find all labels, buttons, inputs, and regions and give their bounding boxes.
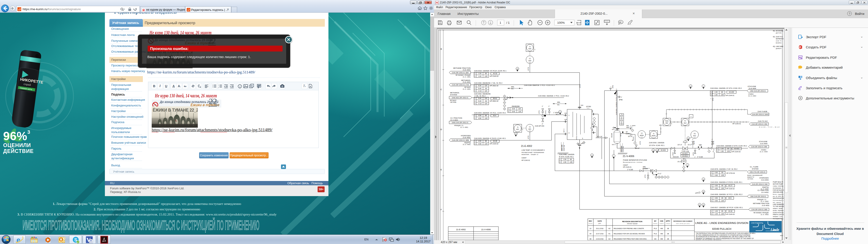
svg-text:1": 1" xyxy=(610,86,612,87)
svg-text:МЕТАНОЛ: МЕТАНОЛ xyxy=(450,100,456,101)
svg-text:СИСТЕМА: СИСТЕМА xyxy=(747,178,753,180)
svg-text:2140-0025- 3SA0528- 8"-PHYD- I: 2140-0025- 3SA0528- 8"-PHYD- IC190 -R2.1 xyxy=(474,138,506,139)
svg-text:602A: 602A xyxy=(640,135,644,136)
svg-text:H1: H1 xyxy=(609,233,611,235)
svg-text:65: 65 xyxy=(721,210,723,212)
svg-text:J: J xyxy=(504,105,505,106)
svg-text:УТВЕРДИЛ: УТВЕРДИЛ xyxy=(666,223,670,224)
svg-text:5.40: 5.40 xyxy=(478,98,482,99)
svg-text:ФРАКЦИЯ C2-: ФРАКЦИЯ C2- xyxy=(757,199,767,201)
svg-text:40-405: 40-405 xyxy=(729,91,734,93)
svg-text:HM: HM xyxy=(660,238,663,240)
svg-text:1": 1" xyxy=(712,139,713,140)
svg-text:NBC: NBC xyxy=(699,144,702,146)
svg-text:ЖИДКОСТИ: ЖИДКОСТИ xyxy=(747,177,754,178)
svg-text:D.L. FLARE: D.L. FLARE xyxy=(750,166,758,167)
svg-text:/ 1: / 1 xyxy=(506,21,509,24)
svg-text:HP-2140-01: HP-2140-01 xyxy=(733,123,741,124)
svg-text:СХЕМЫ УПЛОТНЕ: СХЕМЫ УПЛОТНЕ xyxy=(773,185,783,187)
svg-text:MIN.: MIN. xyxy=(511,86,515,88)
svg-text:2140-0066- 1SA0528-: 2140-0066- 1SA0528- xyxy=(559,154,575,155)
svg-text:2140-25F-2000-01 1857: 2140-25F-2000-01 1857 xyxy=(452,72,469,73)
svg-text:1": 1" xyxy=(692,139,693,140)
svg-text:4.50: 4.50 xyxy=(478,143,482,145)
svg-text:N07: N07 xyxy=(620,134,621,136)
svg-text:21-E-4404: 21-E-4404 xyxy=(748,95,756,97)
svg-text:TI: TI xyxy=(529,46,530,48)
svg-text:85-61: 85-61 xyxy=(493,98,497,99)
svg-text:HM: HM xyxy=(660,233,663,235)
svg-text:2: 2 xyxy=(590,127,591,129)
svg-text:13: 13 xyxy=(591,155,593,156)
svg-text:65: 65 xyxy=(721,197,723,199)
svg-text:AP5E: AP5E xyxy=(612,85,614,88)
svg-text:AS: AS xyxy=(654,238,656,240)
svg-text:J: J xyxy=(635,142,636,144)
svg-text:1: 1 xyxy=(500,21,501,24)
svg-text:2144-0030- 1SA0528- 6"-ETH- IC: 2144-0030- 1SA0528- 6"-ETH- IC190 -R2.2 xyxy=(716,145,747,147)
svg-text:-130: -130 xyxy=(721,213,724,215)
svg-text:TY: TY xyxy=(684,120,686,122)
svg-text:2.: 2. xyxy=(622,124,623,125)
svg-text:40-27: 40-27 xyxy=(728,185,733,186)
svg-text:L: L xyxy=(535,49,535,50)
svg-text:65: 65 xyxy=(721,91,723,93)
svg-text:APPV: APPV xyxy=(666,220,670,222)
svg-text:4.: 4. xyxy=(475,103,476,104)
svg-text:PHASE SEPARATOR ETHYLENE: PHASE SEPARATOR ETHYLENE xyxy=(623,159,647,161)
svg-text:2140-25F-2000-01 1856: 2140-25F-2000-01 1856 xyxy=(452,140,469,141)
svg-text:2140-25F-2000-01 1704: 2140-25F-2000-01 1704 xyxy=(452,84,469,86)
svg-text:-105: -105 xyxy=(569,161,572,163)
svg-text:АРТВ: АРТВ xyxy=(528,67,529,71)
svg-text:4.50: 4.50 xyxy=(715,197,718,199)
svg-text:HP-2140-02: HP-2140-02 xyxy=(726,188,735,189)
svg-text:TT: TT xyxy=(641,133,643,134)
svg-text:5.40: 5.40 xyxy=(478,85,482,87)
svg-text:2.: 2. xyxy=(717,150,718,152)
svg-text:2140-TV-6: 2140-TV-6 xyxy=(776,36,783,37)
svg-text:ИСКЛЮЧЕНИЕ; Г: ИСКЛЮЧЕНИЕ; Г xyxy=(773,187,783,189)
svg-text:1.50: 1.50 xyxy=(715,91,718,93)
svg-text:-52: -52 xyxy=(485,100,487,102)
svg-text:602A: 602A xyxy=(652,135,655,136)
svg-text:40-5: 40-5 xyxy=(728,197,732,199)
svg-text:D: D xyxy=(656,177,657,178)
svg-text:R2.1: R2.1 xyxy=(556,114,559,115)
svg-text:RELEASED FOR PRES.TEST AND HOS: RELEASED FOR PRES.TEST AND HOS ENG. xyxy=(614,238,647,240)
svg-text:21-V-4001: 21-V-4001 xyxy=(460,127,468,128)
svg-text:65: 65 xyxy=(485,140,487,142)
svg-text:2140-TI-602B: 2140-TI-602B xyxy=(757,111,767,112)
svg-text:МИН.: МИН. xyxy=(557,104,560,106)
svg-text:09: 09 xyxy=(590,233,591,235)
svg-text:1.50: 1.50 xyxy=(721,150,724,152)
svg-text:21-E-4001: 21-E-4001 xyxy=(463,69,471,71)
svg-text:AUTHORIZATION IS PROHIBITED. O: AUTHORIZATION IS PROHIBITED. OFFENDERS W… xyxy=(696,236,750,238)
svg-text:16"x 8": 16"x 8" xyxy=(628,135,633,137)
svg-text:65: 65 xyxy=(721,185,723,186)
svg-text:1.00: 1.00 xyxy=(478,75,482,77)
svg-text:21-E-4001: 21-E-4001 xyxy=(463,89,471,90)
svg-text:HP-2140-03: HP-2140-03 xyxy=(726,214,735,215)
svg-text:PLS: PLS xyxy=(654,228,657,229)
svg-text:HP-2140-03: HP-2140-03 xyxy=(490,75,498,77)
svg-text:LINE DIAM: LINE DIAM xyxy=(776,45,783,47)
svg-text:CAA47: CAA47 xyxy=(522,157,526,159)
svg-text:ETHYLENE: ETHYLENE xyxy=(748,86,756,87)
svg-text:S: S xyxy=(504,96,505,97)
svg-text:HP-2144-03: HP-2144-03 xyxy=(732,151,741,152)
svg-text:S: S xyxy=(504,108,505,110)
svg-text:2: 2 xyxy=(218,87,219,88)
svg-text:-105: -105 xyxy=(622,115,623,117)
svg-text:65: 65 xyxy=(485,115,487,116)
svg-text:5.40: 5.40 xyxy=(512,108,515,110)
svg-text:13: 13 xyxy=(559,111,561,113)
svg-text:1"-ML- NI -R2.2: 1"-ML- NI -R2.2 xyxy=(474,95,486,97)
svg-text:16600 ММ: 16600 ММ xyxy=(563,145,565,151)
svg-text:1.: 1. xyxy=(475,98,476,99)
svg-text:42): 42) xyxy=(773,36,775,38)
svg-text:АРТЕ: АРТЕ xyxy=(692,152,694,156)
svg-text:-130: -130 xyxy=(721,187,724,189)
svg-text:TO THE INDIVIDU: TO THE INDIVIDU xyxy=(773,206,784,207)
svg-text:HCV: HCV xyxy=(683,158,686,160)
svg-text:L: L xyxy=(671,123,672,124)
